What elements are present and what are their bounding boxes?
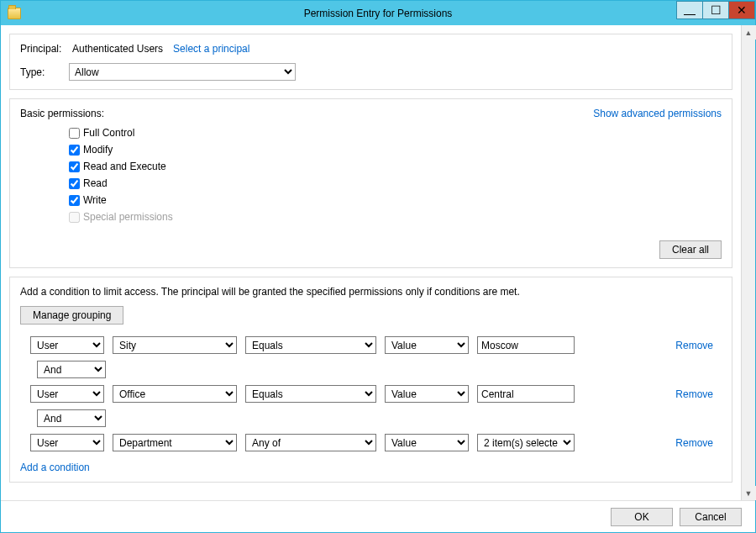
- select-principal-link[interactable]: Select a principal: [173, 43, 249, 55]
- vertical-scrollbar[interactable]: ▲ ▼: [741, 25, 755, 500]
- principal-panel: Principal: Authenticated Users Select a …: [9, 34, 732, 90]
- conditions-panel: Add a condition to limit access. The pri…: [9, 277, 732, 483]
- condition-remove-link[interactable]: Remove: [675, 437, 713, 449]
- condition-attribute-select[interactable]: Department: [113, 434, 237, 451]
- condition-subject-select[interactable]: User: [30, 385, 104, 403]
- condition-operator-select[interactable]: Equals: [245, 385, 376, 403]
- dialog-footer: OK Cancel: [1, 500, 755, 532]
- scroll-up-icon[interactable]: ▲: [742, 25, 756, 40]
- show-advanced-permissions-link[interactable]: Show advanced permissions: [593, 108, 722, 119]
- checkbox-modify[interactable]: [69, 145, 80, 156]
- close-icon: ✕: [737, 4, 747, 16]
- permissions-list: Full Control Modify Read and Execute Rea…: [69, 124, 722, 225]
- permission-label: Read: [83, 177, 108, 189]
- condition-value-input[interactable]: [477, 336, 575, 354]
- scroll-down-icon[interactable]: ▼: [742, 486, 756, 500]
- checkbox-read-execute[interactable]: [69, 161, 80, 172]
- basic-permissions-panel: Basic permissions: Show advanced permiss…: [9, 98, 732, 268]
- condition-attribute-select[interactable]: Sity: [113, 336, 237, 354]
- basic-permissions-header: Basic permissions: Show advanced permiss…: [20, 108, 722, 119]
- manage-grouping-button[interactable]: Manage grouping: [20, 306, 123, 325]
- titlebar[interactable]: Permission Entry for Permissions — ☐ ✕: [1, 1, 755, 25]
- checkbox-special: [69, 212, 80, 223]
- condition-connector-select[interactable]: And: [37, 361, 106, 378]
- permission-special: Special permissions: [69, 208, 722, 225]
- condition-operator-select[interactable]: Equals: [245, 336, 376, 354]
- permission-read[interactable]: Read: [69, 175, 722, 192]
- permission-modify[interactable]: Modify: [69, 141, 722, 158]
- close-button[interactable]: ✕: [728, 1, 755, 19]
- checkbox-read[interactable]: [69, 178, 80, 189]
- principal-value: Authenticated Users: [72, 43, 163, 55]
- condition-value-multiselect[interactable]: 2 item(s) selected: [477, 434, 575, 451]
- add-condition-link[interactable]: Add a condition: [20, 462, 90, 473]
- condition-row: User Office Equals Value Remove: [30, 385, 722, 403]
- window-frame: Permission Entry for Permissions — ☐ ✕ P…: [0, 0, 756, 533]
- condition-valuetype-select[interactable]: Value: [385, 434, 469, 451]
- condition-valuetype-select[interactable]: Value: [385, 385, 469, 403]
- condition-subject-select[interactable]: User: [30, 434, 104, 451]
- permission-label: Write: [83, 194, 107, 206]
- condition-operator-select[interactable]: Any of: [245, 434, 376, 451]
- window-title: Permission Entry for Permissions: [1, 8, 755, 19]
- condition-valuetype-select[interactable]: Value: [385, 336, 469, 354]
- conditions-rows: User Sity Equals Value Remove And User O…: [30, 336, 722, 451]
- conditions-description: Add a condition to limit access. The pri…: [20, 286, 722, 298]
- condition-subject-select[interactable]: User: [30, 336, 104, 354]
- permission-label: Full Control: [83, 127, 134, 139]
- basic-permissions-label: Basic permissions:: [20, 108, 104, 119]
- condition-row: User Sity Equals Value Remove: [30, 336, 722, 354]
- type-select[interactable]: Allow: [69, 63, 296, 81]
- type-label: Type:: [20, 66, 69, 78]
- checkbox-full-control[interactable]: [69, 128, 80, 139]
- checkbox-write[interactable]: [69, 195, 80, 206]
- permission-label: Modify: [83, 144, 113, 156]
- maximize-icon: ☐: [711, 4, 722, 16]
- clear-all-button[interactable]: Clear all: [659, 240, 722, 259]
- ok-button[interactable]: OK: [611, 508, 673, 526]
- principal-label: Principal:: [20, 43, 69, 55]
- client-area: Principal: Authenticated Users Select a …: [1, 25, 755, 500]
- condition-value-input[interactable]: [477, 385, 575, 403]
- condition-connector-select[interactable]: And: [37, 409, 106, 427]
- minimize-icon: —: [684, 8, 696, 19]
- permission-full-control[interactable]: Full Control: [69, 124, 722, 141]
- principal-row: Principal: Authenticated Users Select a …: [20, 43, 722, 55]
- condition-row: User Department Any of Value 2 item(s) s…: [30, 434, 722, 451]
- cancel-button[interactable]: Cancel: [680, 508, 742, 526]
- dialog-content: Principal: Authenticated Users Select a …: [1, 25, 741, 500]
- maximize-button[interactable]: ☐: [702, 1, 729, 19]
- permission-read-execute[interactable]: Read and Execute: [69, 158, 722, 175]
- type-row: Type: Allow: [20, 63, 722, 81]
- window-controls: — ☐ ✕: [677, 1, 755, 19]
- condition-remove-link[interactable]: Remove: [675, 340, 713, 351]
- minimize-button[interactable]: —: [676, 1, 703, 19]
- permission-label: Read and Execute: [83, 161, 166, 172]
- condition-connector-row: And: [37, 409, 722, 427]
- condition-remove-link[interactable]: Remove: [675, 388, 713, 400]
- condition-connector-row: And: [37, 361, 722, 378]
- condition-attribute-select[interactable]: Office: [113, 385, 237, 403]
- permission-write[interactable]: Write: [69, 192, 722, 208]
- permission-label: Special permissions: [83, 211, 173, 223]
